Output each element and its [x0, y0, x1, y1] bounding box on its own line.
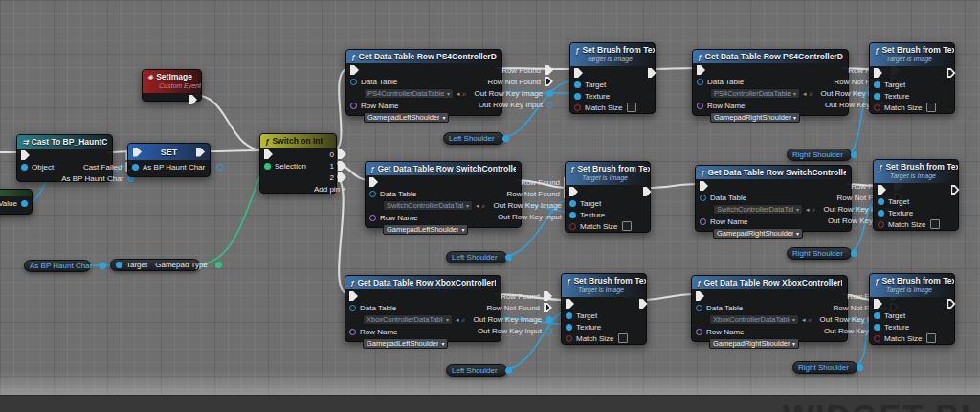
blue-pin[interactable]	[21, 164, 28, 171]
blue-pin[interactable]	[132, 164, 139, 171]
dropdown[interactable]: GamepadRightShoulder▾	[710, 112, 800, 123]
exec-pin[interactable]	[544, 291, 552, 301]
blue-pin[interactable]	[878, 210, 884, 217]
node-switch-on-int[interactable]: ƒSwitch on IntSelection012Add pin +	[259, 133, 337, 194]
exec-pin[interactable]	[874, 299, 882, 309]
browse-asset-icon[interactable]: ⌕	[813, 206, 816, 214]
node-set-brush-from-texture-1[interactable]: ƒSet Brush from TextureTarget is ImageTa…	[569, 42, 656, 114]
use-asset-icon[interactable]: ◂	[806, 206, 810, 214]
browse-asset-icon[interactable]: ⌕	[809, 316, 813, 324]
use-asset-icon[interactable]: ◂	[803, 90, 807, 98]
use-asset-icon[interactable]: ◂	[456, 316, 459, 324]
exec-pin[interactable]	[189, 95, 197, 104]
capsule-right-shoulder-1[interactable]: Right Shoulder	[787, 149, 852, 161]
blue-pin[interactable]	[874, 312, 880, 319]
browse-asset-icon[interactable]: ⌕	[482, 202, 486, 210]
use-asset-icon[interactable]: ◂	[476, 202, 479, 210]
node-get-datatable-row-ps4-left[interactable]: ƒGet Data Table Row PS4ControllerDataTab…	[345, 49, 502, 116]
blue-pin[interactable]	[874, 93, 880, 100]
blue-pin[interactable]	[697, 79, 703, 85]
blue-pin[interactable]	[574, 81, 581, 88]
blue-pin[interactable]	[505, 367, 512, 374]
match-size-checkbox[interactable]	[926, 103, 936, 112]
exec-pin[interactable]	[545, 65, 553, 75]
exec-pin[interactable]	[545, 77, 553, 86]
dropdown[interactable]: SwitchControllerDataTable▾	[713, 204, 803, 215]
red-pin[interactable]	[569, 223, 576, 230]
exec-pin[interactable]	[369, 177, 378, 187]
purple-pin[interactable]	[369, 215, 376, 221]
blue-pin[interactable]	[502, 135, 509, 142]
blue-pin[interactable]	[878, 198, 884, 205]
blueprint-graph-canvas[interactable]: Return Value⇉Cast To BP_HauntCharObjectC…	[0, 0, 980, 412]
exec-pin[interactable]	[574, 68, 583, 78]
blue-pin[interactable]	[216, 164, 223, 171]
dropdown[interactable]: GamepadLeftShoulder▾	[383, 224, 468, 235]
purple-pin[interactable]	[697, 103, 703, 109]
blue-pin[interactable]	[700, 195, 706, 201]
dropdown[interactable]: PS4ControllerDataTable▾	[710, 88, 800, 99]
exec-pin[interactable]	[264, 149, 273, 159]
blue-pin[interactable]	[574, 93, 581, 100]
exec-wire[interactable]	[204, 150, 264, 151]
blue-pin[interactable]	[350, 79, 357, 85]
dropdown[interactable]: XboxControllerDataTable▾	[363, 314, 453, 325]
dropdown[interactable]: GamepadRightShoulder▾	[713, 228, 803, 239]
capsule-left-shoulder-1[interactable]: Left Shoulder	[443, 132, 504, 145]
exec-pin[interactable]	[350, 65, 359, 75]
exec-pin[interactable]	[21, 150, 30, 160]
node-custom-event-setimage[interactable]: ◈SetImageCustom Event	[142, 69, 202, 102]
use-asset-icon[interactable]: ◂	[457, 90, 460, 98]
node-get-datatable-row-ps4-right[interactable]: ƒGet Data Table Row PS4ControllerDataTab…	[692, 49, 849, 116]
data-wire[interactable]	[194, 165, 265, 265]
blue-pin[interactable]	[21, 200, 28, 207]
blue-pin[interactable]	[566, 312, 572, 319]
use-asset-icon[interactable]: ◂	[802, 316, 806, 324]
add-pin-button[interactable]: Add pin +	[310, 183, 350, 195]
exec-pin[interactable]	[196, 148, 205, 157]
purple-pin[interactable]	[700, 218, 706, 225]
capsule-as-bp-haunt-char[interactable]: As BP Haunt Char	[24, 260, 91, 272]
node-set-brush-from-texture-4[interactable]: ƒSet Brush from TextureTarget is ImageTa…	[873, 159, 959, 231]
dropdown[interactable]: GamepadRightShoulder▾	[709, 338, 799, 349]
blue-pin[interactable]	[874, 81, 880, 88]
capsule-right-shoulder-3[interactable]: Right Shoulder	[792, 361, 858, 374]
exec-pin[interactable]	[874, 68, 882, 78]
exec-pin[interactable]	[349, 291, 358, 301]
capsule-left-shoulder-3[interactable]: Left Shoulder	[446, 364, 507, 377]
blue-pin[interactable]	[566, 324, 572, 331]
exec-pin[interactable]	[648, 68, 657, 78]
blue-pin[interactable]	[369, 191, 376, 197]
dropdown[interactable]: GamepadLeftShoulder▾	[364, 112, 449, 123]
exec-pin[interactable]	[544, 303, 552, 312]
blue-pin[interactable]	[546, 328, 552, 334]
dropdown[interactable]: XboxControllerDataTable▾	[709, 314, 799, 325]
exec-pin[interactable]	[643, 187, 652, 196]
node-get-datatable-row-xbox-right[interactable]: ƒGet Data Table Row XboxControllerDataTa…	[691, 275, 848, 342]
browse-asset-icon[interactable]: ⌕	[462, 316, 466, 324]
red-pin[interactable]	[874, 104, 880, 111]
blue-pin[interactable]	[505, 254, 512, 261]
blue-pin[interactable]	[851, 151, 858, 158]
node-get-datatable-row-switch-left[interactable]: ƒGet Data Table Row SwitchControllerData…	[365, 161, 522, 228]
node-cast-to-bp-hauntchar[interactable]: ⇉Cast To BP_HauntCharObjectCast FailedAs…	[16, 134, 113, 182]
red-pin[interactable]	[566, 335, 572, 342]
exec-pin[interactable]	[338, 172, 346, 182]
match-size-checkbox[interactable]	[930, 219, 940, 229]
blue-pin[interactable]	[116, 262, 122, 268]
capsule-gamepad-type[interactable]: TargetGamepad Type	[110, 259, 200, 271]
green-pin[interactable]	[264, 163, 271, 170]
dropdown[interactable]: GamepadLeftShoulder▾	[363, 338, 448, 349]
match-size-checkbox[interactable]	[926, 333, 936, 343]
blue-pin[interactable]	[349, 305, 356, 311]
node-set-brush-from-texture-6[interactable]: ƒSet Brush from TextureTarget is ImageTa…	[869, 273, 955, 345]
capsule-right-shoulder-2[interactable]: Right Shoulder	[787, 247, 852, 260]
exec-pin[interactable]	[697, 65, 705, 75]
blue-pin[interactable]	[546, 90, 553, 97]
exec-pin[interactable]	[951, 185, 960, 195]
exec-pin[interactable]	[639, 299, 648, 309]
browse-asset-icon[interactable]: ⌕	[810, 90, 813, 98]
blue-pin[interactable]	[569, 212, 576, 218]
node-set-brush-from-texture-5[interactable]: ƒSet Brush from TextureTarget is ImageTa…	[561, 273, 647, 345]
exec-pin[interactable]	[878, 185, 886, 195]
